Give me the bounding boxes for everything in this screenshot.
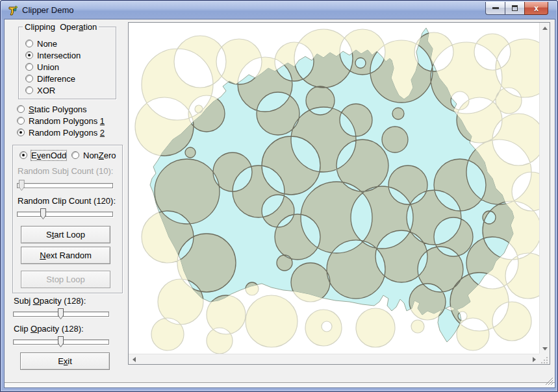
subj-opacity-label: Subj Opacity (128): bbox=[14, 296, 86, 306]
radio-circle-icon[interactable] bbox=[25, 75, 33, 82]
titlebar[interactable]: Clipper Demo x bbox=[1, 1, 557, 19]
stop-loop-button: Stop Loop bbox=[21, 271, 110, 288]
slider-channel[interactable] bbox=[17, 183, 113, 188]
vertical-scrollbar[interactable] bbox=[539, 23, 550, 354]
radio-circle-icon[interactable] bbox=[25, 51, 33, 59]
subj-count-slider bbox=[16, 179, 115, 192]
slider-thumb[interactable] bbox=[58, 336, 64, 347]
clipping-operation-caption: Clipping Operation bbox=[23, 22, 99, 32]
clip-opacity-label: Clip Opacity (128): bbox=[14, 324, 84, 334]
radio-union[interactable]: Union bbox=[25, 62, 59, 72]
start-loop-button[interactable]: Start Loop bbox=[21, 226, 110, 243]
resize-grip-icon[interactable] bbox=[543, 375, 553, 386]
slider-channel[interactable] bbox=[17, 212, 113, 217]
radio-evenodd[interactable]: EvenOdd bbox=[19, 150, 66, 160]
scroll-down-button[interactable] bbox=[540, 343, 550, 354]
radio-circle-icon[interactable] bbox=[71, 151, 79, 159]
corner-grip-icon bbox=[539, 354, 550, 364]
radio-intersection[interactable]: Intersection bbox=[25, 50, 81, 60]
app-icon bbox=[8, 5, 19, 16]
scroll-left-button[interactable] bbox=[129, 354, 139, 365]
status-strip bbox=[5, 383, 555, 387]
radio-none[interactable]: None bbox=[25, 38, 57, 49]
radio-nonzero[interactable]: NonZero bbox=[71, 150, 116, 160]
clipping-operation-group: Clipping Operation None Intersection Uni… bbox=[18, 27, 116, 99]
clip-opacity-slider bbox=[12, 336, 111, 349]
radio-circle-icon[interactable] bbox=[17, 129, 25, 136]
slider-thumb[interactable] bbox=[58, 308, 64, 319]
radio-xor[interactable]: XOR bbox=[25, 85, 55, 95]
radio-random-polygons-1[interactable]: Random Polygons 1 bbox=[17, 116, 105, 126]
radio-circle-icon[interactable] bbox=[25, 86, 33, 94]
radio-circle-icon[interactable] bbox=[19, 151, 27, 159]
slider-thumb[interactable] bbox=[19, 180, 25, 191]
radio-circle-icon[interactable] bbox=[25, 40, 33, 47]
arrow-up-icon bbox=[542, 27, 548, 30]
radio-circle-icon[interactable] bbox=[17, 105, 25, 113]
subj-opacity-slider bbox=[12, 308, 111, 321]
app-window: Clipper Demo x Clipping Operation None I… bbox=[0, 0, 558, 392]
minimize-icon bbox=[492, 7, 499, 9]
close-icon: x bbox=[534, 4, 539, 13]
window-title: Clipper Demo bbox=[22, 5, 73, 15]
clipping-result-drawing bbox=[129, 23, 539, 354]
radio-difference[interactable]: Difference bbox=[25, 73, 75, 84]
radio-random-polygons-2[interactable]: Random Polygons 2 bbox=[17, 127, 105, 138]
map-panel bbox=[128, 22, 550, 365]
clip-count-slider bbox=[16, 208, 115, 221]
next-random-button[interactable]: Next Random bbox=[21, 247, 110, 264]
scroll-up-button[interactable] bbox=[540, 23, 550, 33]
radio-circle-icon[interactable] bbox=[17, 117, 25, 125]
arrow-left-icon bbox=[133, 357, 136, 362]
arrow-right-icon bbox=[533, 357, 536, 362]
subj-count-label: Random Subj Count (10): bbox=[18, 166, 113, 176]
maximize-icon bbox=[512, 5, 518, 11]
horizontal-scrollbar[interactable] bbox=[129, 354, 539, 364]
slider-thumb[interactable] bbox=[40, 208, 46, 219]
clip-count-label: Random Clip Count (120): bbox=[18, 196, 116, 206]
map-canvas bbox=[129, 23, 539, 354]
close-button[interactable]: x bbox=[524, 2, 548, 15]
random-controls-panel: EvenOdd NonZero Random Subj Count (10): … bbox=[12, 145, 123, 293]
scroll-right-button[interactable] bbox=[529, 354, 539, 365]
minimize-button[interactable] bbox=[485, 2, 505, 15]
radio-circle-icon[interactable] bbox=[25, 63, 33, 71]
radio-static-polygons[interactable]: Static Polygons bbox=[17, 104, 87, 114]
client-area: Clipping Operation None Intersection Uni… bbox=[5, 19, 555, 387]
maximize-button[interactable] bbox=[505, 2, 525, 15]
exit-button[interactable]: Exit bbox=[20, 352, 110, 370]
scrollbar-corner bbox=[539, 354, 550, 364]
arrow-down-icon bbox=[542, 347, 548, 350]
